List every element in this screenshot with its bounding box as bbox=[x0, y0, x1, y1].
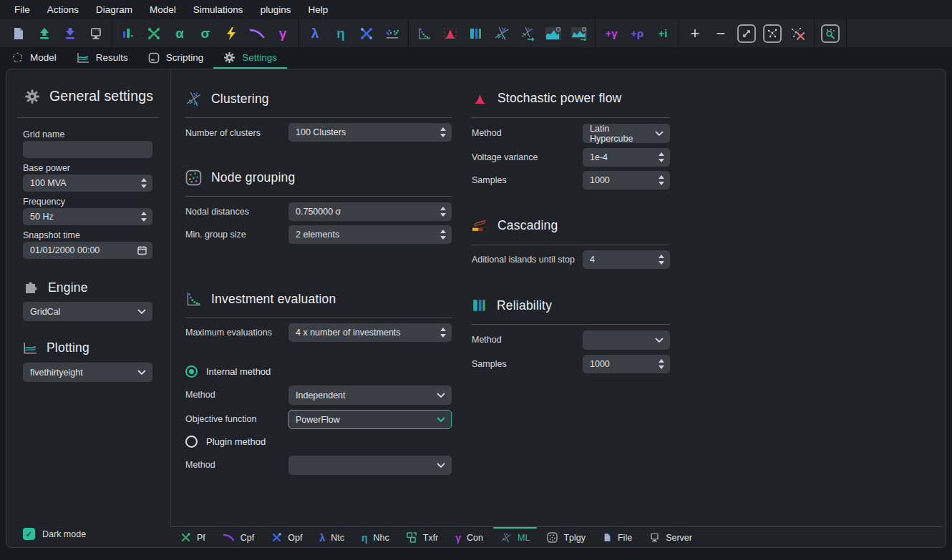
investment-method-label: Method bbox=[185, 390, 215, 400]
spin-arrows[interactable] bbox=[440, 230, 446, 240]
min-group-size-spinner[interactable]: 2 elements bbox=[288, 225, 452, 244]
internal-method-radio-row[interactable]: Internal method bbox=[185, 365, 271, 378]
spin-arrows[interactable] bbox=[659, 175, 664, 185]
reliability-samples-spinner[interactable]: 1000 bbox=[583, 355, 670, 373]
menu-help[interactable]: Help bbox=[299, 0, 336, 19]
alpha-button[interactable]: α bbox=[167, 22, 193, 44]
zoom-out-button[interactable]: − bbox=[708, 22, 734, 44]
find-node-button[interactable] bbox=[817, 22, 843, 44]
plugin-method-radio-row[interactable]: Plugin method bbox=[185, 436, 266, 448]
reliability-header: Reliability bbox=[472, 298, 552, 313]
stochastic-samples-spinner[interactable]: 1000 bbox=[583, 171, 670, 190]
vertical-bars-icon bbox=[469, 26, 483, 41]
engine-select[interactable]: GridCal bbox=[23, 302, 152, 321]
maximum-evaluations-spinner[interactable]: 4 x number of investments bbox=[288, 323, 452, 342]
save-model-button[interactable] bbox=[57, 22, 83, 44]
number-of-clusters-spinner[interactable]: 100 Clusters bbox=[288, 123, 452, 142]
nhc-button[interactable]: η bbox=[328, 22, 354, 44]
bottom-tab-txfr[interactable]: Txfr bbox=[398, 527, 447, 548]
spin-arrows[interactable] bbox=[659, 152, 664, 162]
plugin-method-select[interactable] bbox=[288, 456, 452, 475]
bottom-tab-cpf[interactable]: Cpf bbox=[214, 527, 263, 548]
add-i-button[interactable]: +i bbox=[650, 22, 676, 44]
bottom-tab-file[interactable]: File bbox=[594, 527, 641, 548]
investment-method-select[interactable]: Independent bbox=[288, 385, 452, 405]
server-button[interactable] bbox=[83, 22, 109, 44]
bottom-tab-opf[interactable]: Opf bbox=[263, 527, 311, 548]
power-flow-button[interactable] bbox=[115, 22, 141, 44]
menu-actions[interactable]: Actions bbox=[39, 0, 87, 19]
spin-arrows[interactable] bbox=[141, 212, 147, 222]
reliability-button[interactable] bbox=[463, 22, 489, 44]
nodal-distances-spinner[interactable]: 0.750000 σ bbox=[288, 202, 452, 221]
bottom-tab-ml[interactable]: ML bbox=[492, 527, 538, 548]
menu-diagram[interactable]: Diagram bbox=[87, 0, 141, 19]
delete-selected-button[interactable] bbox=[785, 22, 811, 44]
contingency-button[interactable]: γ bbox=[270, 22, 296, 44]
ntc-button[interactable]: λ bbox=[302, 22, 328, 44]
tab-settings[interactable]: Settings bbox=[213, 48, 287, 69]
stochastic-power-flow-button[interactable] bbox=[437, 22, 463, 44]
zoom-in-button[interactable]: + bbox=[682, 22, 708, 44]
investment-evaluation-button[interactable] bbox=[412, 22, 437, 44]
base-power-spinner[interactable]: 100 MVA bbox=[23, 175, 152, 192]
clustering-button[interactable] bbox=[489, 22, 515, 44]
reliability-method-select[interactable] bbox=[583, 330, 670, 350]
frequency-spinner[interactable]: 50 Hz bbox=[23, 208, 152, 225]
internal-method-radio[interactable] bbox=[185, 365, 198, 378]
spin-arrows[interactable] bbox=[659, 359, 664, 369]
tab-label: Cpf bbox=[241, 533, 254, 543]
bottom-tab-pf[interactable]: Pf bbox=[172, 527, 214, 548]
menu-simulations[interactable]: Simulations bbox=[185, 0, 252, 19]
section-divider bbox=[17, 117, 158, 118]
tab-results[interactable]: Results bbox=[67, 48, 138, 69]
menu-plugins[interactable]: plugins bbox=[252, 0, 300, 19]
open-model-button[interactable] bbox=[31, 22, 57, 44]
bottom-tab-ntc[interactable]: λ Ntc bbox=[311, 527, 353, 548]
power-flow-ts-button[interactable] bbox=[141, 22, 167, 44]
voltage-variance-spinner[interactable]: 1e-4 bbox=[583, 148, 670, 167]
spin-down-icon bbox=[659, 261, 664, 265]
plugin-method-radio[interactable] bbox=[185, 436, 198, 448]
optimal-power-flow-ts-button[interactable] bbox=[379, 22, 405, 44]
plotting-style-select[interactable]: fivethirtyeight bbox=[23, 363, 152, 382]
spin-arrows[interactable] bbox=[440, 328, 446, 338]
bottom-tab-nhc[interactable]: η Nhc bbox=[353, 527, 398, 548]
sigma-button[interactable]: σ bbox=[193, 22, 218, 44]
optimal-power-flow-button[interactable] bbox=[354, 22, 379, 44]
frequency-value: 50 Hz bbox=[30, 212, 54, 222]
dark-mode-checkbox[interactable]: ✓ bbox=[23, 528, 35, 540]
frequency-label: Frequency bbox=[23, 197, 65, 207]
calendar-icon[interactable] bbox=[137, 246, 147, 255]
snapshot-time-input[interactable]: 01/01/2000 00:00 bbox=[23, 242, 152, 259]
section-divider bbox=[472, 117, 670, 118]
spin-arrows[interactable] bbox=[440, 207, 446, 217]
histogram-button[interactable] bbox=[540, 22, 566, 44]
grid-name-input[interactable] bbox=[23, 141, 152, 158]
spin-arrows[interactable] bbox=[440, 127, 446, 137]
add-rho-button[interactable]: +ρ bbox=[624, 22, 650, 44]
auto-layout-button[interactable] bbox=[759, 22, 785, 44]
spin-arrows[interactable] bbox=[141, 178, 147, 188]
menu-model[interactable]: Model bbox=[141, 0, 185, 19]
menu-file[interactable]: File bbox=[6, 0, 39, 19]
objective-function-select[interactable]: PowerFlow bbox=[288, 410, 452, 429]
tab-model[interactable]: Model bbox=[1, 48, 67, 69]
short-circuit-button[interactable] bbox=[218, 22, 244, 44]
stochastic-method-select[interactable]: Latin Hypercube bbox=[583, 124, 670, 143]
new-file-button[interactable] bbox=[6, 22, 31, 44]
bottom-tab-tplgy[interactable]: Tplgy bbox=[538, 527, 594, 548]
spin-arrows[interactable] bbox=[659, 255, 664, 265]
tab-label: Settings bbox=[242, 52, 277, 63]
expand-diagram-button[interactable] bbox=[734, 22, 759, 44]
clustering-ts-button[interactable] bbox=[515, 22, 540, 44]
grid-name-input-field[interactable] bbox=[30, 144, 145, 154]
dark-mode-row[interactable]: ✓ Dark mode bbox=[23, 528, 86, 540]
histogram-sequence-button[interactable] bbox=[566, 22, 592, 44]
continuation-power-flow-button[interactable] bbox=[244, 22, 270, 44]
tab-scripting[interactable]: Scripting bbox=[138, 48, 214, 69]
add-gamma-button[interactable]: +γ bbox=[598, 22, 624, 44]
additional-islands-spinner[interactable]: 4 bbox=[583, 250, 670, 269]
bottom-tab-server[interactable]: Server bbox=[641, 527, 701, 548]
bottom-tab-con[interactable]: γ Con bbox=[447, 527, 492, 548]
